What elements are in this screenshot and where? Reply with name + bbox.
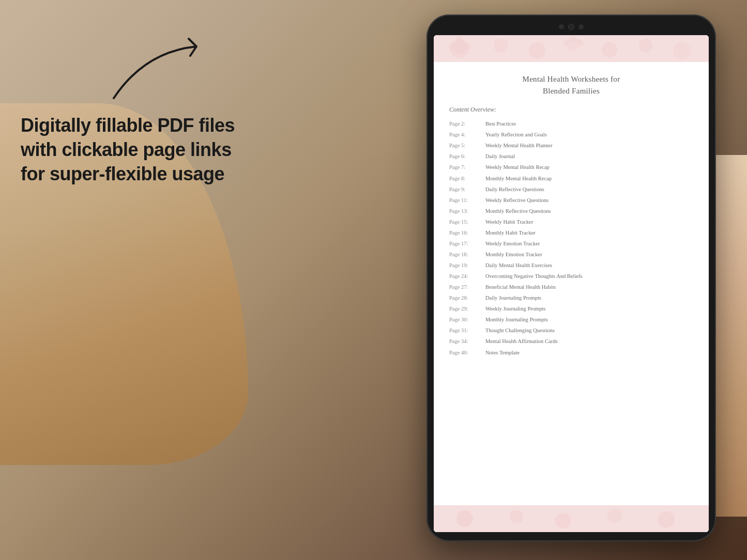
toc-page-number: Page 30: bbox=[449, 316, 485, 324]
toc-page-number: Page 2: bbox=[449, 120, 485, 128]
camera-dot-right bbox=[578, 24, 584, 29]
toc-page-title: Best Practices bbox=[485, 120, 516, 128]
toc-page-title: Weekly Journaling Prompts bbox=[485, 305, 545, 313]
toc-page-number: Page 11: bbox=[449, 197, 485, 205]
toc-page-number: Page 9: bbox=[449, 186, 485, 194]
svg-point-3 bbox=[529, 42, 545, 59]
toc-item: Page 17:Weekly Emotion Tracker bbox=[449, 239, 693, 250]
toc-page-title: Weekly Reflective Questions bbox=[485, 197, 548, 205]
toc-page-number: Page 34: bbox=[449, 338, 485, 346]
svg-point-14 bbox=[456, 510, 473, 527]
toc-page-title: Yearly Reflection and Goals bbox=[485, 131, 547, 139]
toc-page-number: Page 6: bbox=[449, 153, 485, 161]
toc-page-number: Page 40: bbox=[449, 349, 485, 357]
toc-page-number: Page 8: bbox=[449, 175, 485, 183]
toc-page-title: Weekly Emotion Tracker bbox=[485, 240, 540, 248]
floral-top-border bbox=[434, 35, 709, 62]
toc-page-number: Page 29: bbox=[449, 305, 485, 313]
tablet-screen: Mental Health Worksheets for Blended Fam… bbox=[434, 35, 709, 532]
toc-item: Page 5:Weekly Mental Health Planner bbox=[449, 141, 693, 151]
toc-page-title: Weekly Mental Health Planner bbox=[485, 142, 553, 150]
floral-bottom-border bbox=[434, 505, 709, 532]
toc-item: Page 31:Thought Challenging Questions bbox=[449, 325, 693, 336]
toc-item: Page 30:Monthly Journaling Prompts bbox=[449, 315, 693, 325]
toc-page-title: Overcoming Negative Thoughts And Beliefs bbox=[485, 273, 583, 281]
toc-page-title: Daily Journaling Prompts bbox=[485, 294, 541, 302]
svg-point-18 bbox=[658, 511, 675, 528]
toc-page-number: Page 18: bbox=[449, 251, 485, 259]
arrow-icon bbox=[103, 31, 248, 103]
toc-page-number: Page 17: bbox=[449, 240, 485, 248]
toc-page-title: Daily Journal bbox=[485, 153, 515, 161]
toc-item: Page 7:Weekly Mental Health Recap bbox=[449, 162, 693, 173]
toc-item: Page 15:Weekly Habit Tracker bbox=[449, 217, 693, 228]
left-text-line2: with clickable page links bbox=[21, 138, 238, 162]
toc-item: Page 6:Daily Journal bbox=[449, 151, 693, 162]
toc-item: Page 16:Monthly Habit Tracker bbox=[449, 228, 693, 239]
toc-page-number: Page 5: bbox=[449, 142, 485, 150]
toc-page-title: Monthly Habit Tracker bbox=[485, 229, 536, 237]
toc-page-title: Monthly Reflective Questions bbox=[485, 208, 551, 215]
toc-page-title: Thought Challenging Questions bbox=[485, 327, 555, 335]
content-overview-label: Content Overview: bbox=[449, 106, 693, 114]
toc-page-title: Mental Health Affirmation Cards bbox=[485, 338, 557, 346]
toc-item: Page 40:Notes Template bbox=[449, 347, 693, 358]
toc-page-number: Page 24: bbox=[449, 273, 485, 281]
toc-item: Page 2:Best Practices bbox=[449, 119, 693, 130]
document-page: Mental Health Worksheets for Blended Fam… bbox=[434, 35, 709, 532]
toc-item: Page 4:Yearly Reflection and Goals bbox=[449, 130, 693, 141]
svg-point-2 bbox=[494, 38, 508, 53]
svg-point-16 bbox=[555, 513, 571, 528]
toc-page-title: Weekly Habit Tracker bbox=[485, 219, 533, 226]
toc-page-title: Monthly Emotion Tracker bbox=[485, 251, 542, 259]
toc-page-number: Page 27: bbox=[449, 284, 485, 291]
toc-item: Page 9:Daily Reflective Questions bbox=[449, 184, 693, 195]
toc-page-title: Daily Mental Health Exercises bbox=[485, 262, 552, 270]
toc-page-title: Monthly Journaling Prompts bbox=[485, 316, 548, 324]
doc-content: Mental Health Worksheets for Blended Fam… bbox=[434, 62, 709, 532]
toc-page-title: Beneficial Mental Health Habits bbox=[485, 284, 556, 291]
toc-item: Page 34:Mental Health Affirmation Cards bbox=[449, 336, 693, 347]
camera-dot-center bbox=[568, 24, 574, 30]
toc-page-number: Page 13: bbox=[449, 208, 485, 215]
toc-page-number: Page 28: bbox=[449, 294, 485, 302]
toc-item: Page 18:Monthly Emotion Tracker bbox=[449, 250, 693, 260]
toc-page-title: Notes Template bbox=[485, 349, 520, 357]
toc-item: Page 11:Weekly Reflective Questions bbox=[449, 195, 693, 206]
toc-page-title: Monthly Mental Health Recap bbox=[485, 175, 552, 183]
left-text-line1: Digitally fillable PDF files bbox=[21, 114, 238, 138]
svg-point-5 bbox=[602, 42, 617, 57]
toc-item: Page 24:Overcoming Negative Thoughts And… bbox=[449, 271, 693, 282]
toc-item: Page 19:Daily Mental Health Exercises bbox=[449, 260, 693, 271]
tablet: Mental Health Worksheets for Blended Fam… bbox=[426, 14, 716, 541]
svg-point-17 bbox=[607, 508, 622, 523]
svg-point-7 bbox=[673, 42, 691, 59]
toc-item: Page 27:Beneficial Mental Health Habits bbox=[449, 282, 693, 293]
toc-page-number: Page 19: bbox=[449, 262, 485, 270]
toc-page-number: Page 15: bbox=[449, 219, 485, 226]
svg-point-6 bbox=[639, 39, 652, 52]
toc-page-number: Page 16: bbox=[449, 229, 485, 237]
svg-point-15 bbox=[510, 510, 523, 523]
left-text-block: Digitally fillable PDF files with clicka… bbox=[21, 114, 238, 186]
toc-item: Page 13:Monthly Reflective Questions bbox=[449, 206, 693, 217]
table-of-contents: Page 2:Best PracticesPage 4:Yearly Refle… bbox=[449, 119, 693, 358]
toc-page-number: Page 4: bbox=[449, 131, 485, 139]
toc-page-number: Page 31: bbox=[449, 327, 485, 335]
camera-dot-left bbox=[559, 24, 564, 29]
document-title: Mental Health Worksheets for Blended Fam… bbox=[449, 73, 693, 97]
toc-page-number: Page 7: bbox=[449, 164, 485, 172]
toc-item: Page 28:Daily Journaling Prompts bbox=[449, 293, 693, 304]
toc-item: Page 8:Monthly Mental Health Recap bbox=[449, 173, 693, 184]
left-text-line3: for super-flexible usage bbox=[21, 162, 238, 186]
toc-item: Page 29:Weekly Journaling Prompts bbox=[449, 304, 693, 315]
toc-page-title: Weekly Mental Health Recap bbox=[485, 164, 550, 172]
toc-page-title: Daily Reflective Questions bbox=[485, 186, 544, 194]
tablet-camera-row bbox=[559, 24, 584, 30]
